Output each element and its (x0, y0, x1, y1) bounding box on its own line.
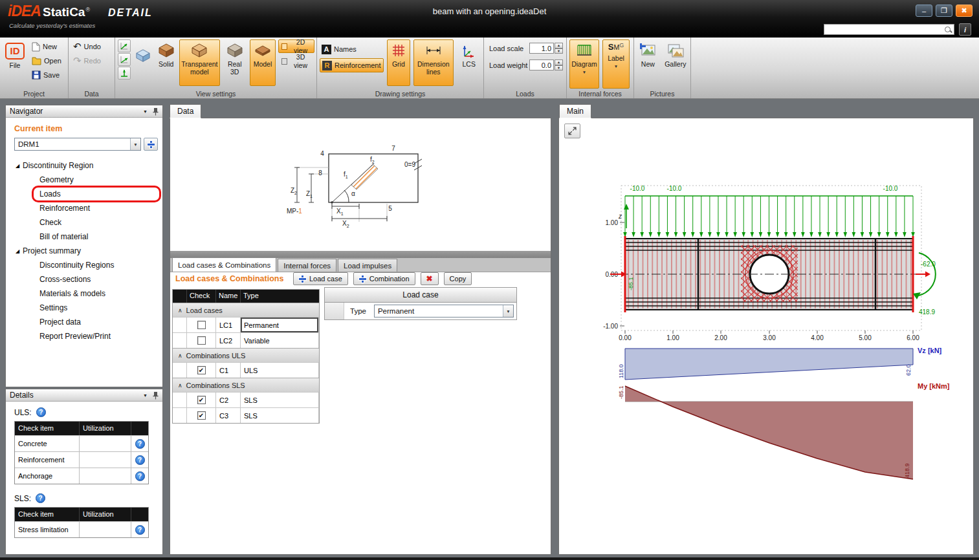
lc1-checkbox[interactable] (197, 321, 206, 329)
add-load-case-button[interactable]: Load case (293, 272, 348, 285)
tree-item-cross-sections[interactable]: Cross-sections (6, 272, 162, 286)
lcs-toggle-button[interactable]: LCS (457, 39, 481, 86)
view-direction-y-button[interactable] (118, 53, 131, 66)
tree-item-discontinuity-regions[interactable]: Discontinuity Regions (6, 258, 162, 272)
search-box (824, 24, 954, 35)
anchorage-help-icon[interactable]: ? (135, 471, 145, 481)
tab-data[interactable]: Data (170, 104, 201, 118)
undo-button[interactable]: ↶ Undo (71, 39, 103, 54)
lc2-checkbox[interactable] (197, 336, 206, 345)
names-toggle-button[interactable]: A Names (320, 42, 384, 56)
tree-item-geometry[interactable]: Geometry (6, 173, 162, 187)
open-folder-icon (32, 57, 41, 65)
table-row-lc2[interactable]: LC2 Variable (173, 332, 319, 348)
dimension-lines-toggle-button[interactable]: Dimension lines (413, 39, 453, 86)
main-view-panel[interactable]: 1.00 0.00 -1.00 z -10.0 -10.0 -10.0 (558, 118, 974, 555)
stress-limitation-help-icon[interactable]: ? (135, 525, 145, 535)
current-item-combobox[interactable]: DRM1 ▼ (14, 138, 141, 151)
tree-item-settings[interactable]: Settings (6, 301, 162, 315)
save-button[interactable]: Save (30, 68, 63, 82)
tree-item-check[interactable]: Check (6, 215, 162, 230)
load-weight-up-icon[interactable]: ▲ (555, 59, 563, 65)
info-button[interactable]: i (959, 23, 971, 36)
c2-checkbox[interactable]: ✔ (197, 396, 206, 404)
copy-button[interactable]: Copy (444, 272, 472, 285)
table-row-concrete[interactable]: Concrete? (15, 435, 148, 451)
tree-item-project-summary[interactable]: ◢Project summary (6, 244, 162, 258)
group-row-combinations-sls[interactable]: ∧Combinations SLS (173, 378, 319, 392)
3d-view-button[interactable]: 3D view (278, 54, 314, 68)
reinforcement-toggle-button[interactable]: R Reinforcement (320, 58, 384, 72)
new-project-button[interactable]: New (30, 39, 63, 54)
sls-help-icon[interactable]: ? (36, 493, 45, 503)
view-direction-z-button[interactable] (118, 67, 131, 80)
tree-item-bill-of-material[interactable]: Bill of material (6, 230, 162, 244)
c1-checkbox[interactable]: ✔ (197, 366, 206, 374)
pin-icon[interactable] (153, 391, 159, 400)
load-scale-down-icon[interactable]: ▼ (555, 48, 563, 54)
load-scale-up-icon[interactable]: ▲ (555, 43, 563, 48)
expander-icon[interactable]: ◢ (12, 163, 23, 169)
table-row-anchorage[interactable]: Anchorage? (15, 468, 148, 484)
tab-main[interactable]: Main (559, 104, 591, 118)
lc1-type-cell[interactable]: Permanent (241, 317, 319, 332)
c3-checkbox[interactable]: ✔ (197, 411, 206, 420)
view-direction-x-button[interactable] (118, 39, 131, 52)
tree-item-report-preview-print[interactable]: Report Preview/Print (6, 329, 162, 343)
table-row-c1[interactable]: ✔ C1 ULS (173, 362, 319, 378)
diagram-dropdown-icon[interactable]: ▼ (582, 70, 586, 74)
search-icon[interactable] (943, 25, 952, 34)
combobox-arrow-icon[interactable]: ▼ (130, 138, 140, 150)
open-button[interactable]: Open (30, 54, 63, 68)
tree-item-loads[interactable]: Loads (6, 187, 162, 201)
uls-help-icon[interactable]: ? (36, 407, 46, 417)
file-button[interactable]: ID File (3, 39, 27, 86)
label-button[interactable]: SMG Label ▼ (602, 39, 630, 89)
load-weight-down-icon[interactable]: ▼ (555, 65, 563, 71)
tree-item-discontinuity-region[interactable]: ◢Discontinuity Region (6, 158, 162, 173)
diagram-button[interactable]: Diagram ▼ (569, 39, 599, 89)
maximize-button[interactable]: ❐ (936, 5, 952, 17)
group-row-combinations-uls[interactable]: ∧Combinations ULS (173, 348, 319, 362)
grid-toggle-button[interactable]: Grid (387, 39, 411, 86)
table-row-c3[interactable]: ✔ C3 SLS (173, 407, 319, 423)
search-input[interactable] (824, 25, 943, 34)
table-row-lc1[interactable]: LC1 Permanent (173, 317, 319, 332)
load-weight-input[interactable]: 0.0 (529, 59, 554, 70)
label-dropdown-icon[interactable]: ▼ (614, 64, 618, 69)
tree-item-reinforcement[interactable]: Reinforcement (6, 201, 162, 215)
group-row-load-cases[interactable]: ∧Load cases (173, 303, 319, 317)
new-picture-button[interactable]: New (637, 39, 659, 86)
reinforcement-help-icon[interactable]: ? (135, 455, 145, 465)
transparent-model-button[interactable]: Transparent model (179, 39, 219, 86)
redo-button[interactable]: ↷ Redo (71, 54, 103, 68)
table-row-reinforcement[interactable]: Reinforcement? (15, 451, 148, 468)
2d-view-button[interactable]: 2D view (278, 39, 314, 53)
add-combination-button[interactable]: Combination (353, 272, 415, 285)
real-3d-button[interactable]: Real 3D (223, 39, 247, 86)
model-view-button[interactable]: Model (250, 39, 276, 86)
subtab-internal-forces[interactable]: Internal forces (278, 259, 336, 272)
tree-item-materials-models[interactable]: Materials & models (6, 286, 162, 301)
concrete-help-icon[interactable]: ? (135, 439, 145, 449)
combobox-arrow-icon[interactable]: ▼ (503, 305, 513, 317)
pin-icon[interactable] (153, 107, 159, 116)
solid-view-button[interactable]: Solid (155, 39, 177, 86)
table-row-c2[interactable]: ✔ C2 SLS (173, 392, 319, 407)
gallery-button[interactable]: Gallery (663, 39, 688, 86)
load-scale-input[interactable]: 1.0 (529, 43, 554, 54)
load-case-type-combobox[interactable]: Permanent ▼ (374, 305, 514, 318)
fit-view-button[interactable] (564, 124, 580, 138)
details-menu-icon[interactable]: ▼ (143, 393, 148, 398)
subtab-load-cases-combinations[interactable]: Load cases & Combinations (172, 257, 276, 272)
add-region-button[interactable] (144, 138, 158, 151)
close-button[interactable]: ✖ (956, 5, 973, 17)
axonometry-view-button[interactable] (133, 39, 153, 72)
minimize-button[interactable]: – (916, 5, 932, 17)
delete-button[interactable]: ✖ (421, 272, 439, 285)
navigator-menu-icon[interactable]: ▼ (143, 109, 148, 114)
subtab-load-impulses[interactable]: Load impulses (338, 259, 397, 272)
table-row-stress-limitation[interactable]: Stress limitation? (15, 521, 148, 537)
tree-item-project-data[interactable]: Project data (6, 315, 162, 329)
expander-icon[interactable]: ◢ (12, 248, 23, 254)
